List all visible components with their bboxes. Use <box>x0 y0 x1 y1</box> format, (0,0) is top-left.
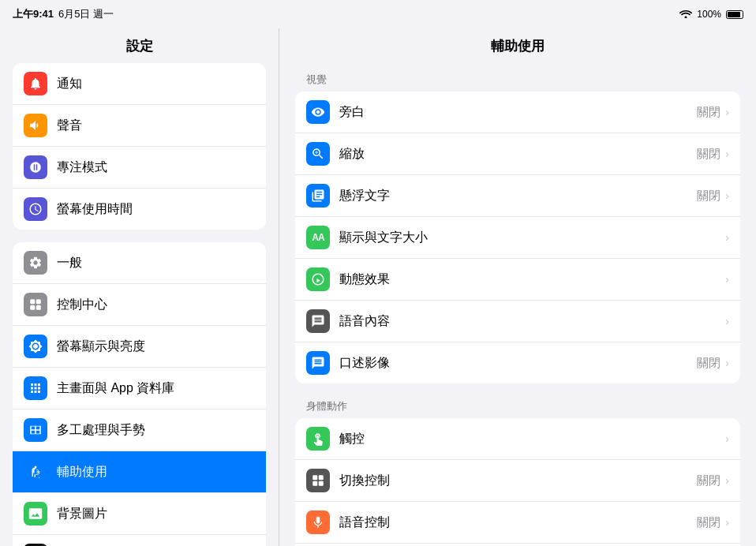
touch-chevron: › <box>725 432 729 445</box>
home-screen-icon <box>24 376 47 400</box>
screen-time-label: 螢幕使用時間 <box>57 201 255 218</box>
display-icon <box>24 335 47 358</box>
screen-time-icon <box>24 197 47 221</box>
touch-icon <box>306 427 330 451</box>
voiceover-label: 旁白 <box>339 104 697 121</box>
accessibility-item-voiceover[interactable]: 旁白 關閉 › <box>295 92 740 133</box>
settings-group-2: 一般 控制中心 螢幕顯示與亮度 <box>13 242 266 546</box>
status-time: 上午9:41 <box>13 7 54 21</box>
focus-label: 專注模式 <box>57 159 255 176</box>
audio-desc-chevron: › <box>725 357 729 369</box>
accessibility-label: 輔助使用 <box>57 464 255 481</box>
hover-text-chevron: › <box>725 189 729 202</box>
motion-icon <box>306 267 330 291</box>
status-icons: 100% <box>679 8 743 21</box>
vision-section-label: 視覺 <box>306 73 740 87</box>
svg-rect-5 <box>313 475 317 480</box>
switch-control-chevron: › <box>725 474 729 487</box>
wallpaper-label: 背景圖片 <box>57 506 255 522</box>
display-text-chevron: › <box>725 231 729 244</box>
physical-section-label: 身體動作 <box>306 399 740 413</box>
accessibility-item-hover-text[interactable]: 懸浮文字 關閉 › <box>295 175 740 217</box>
right-panel: 輔助使用 視覺 旁白 關閉 › <box>279 28 756 546</box>
accessibility-item-motion[interactable]: 動態效果 › <box>295 259 740 301</box>
accessibility-icon <box>24 460 47 484</box>
wifi-icon <box>679 8 692 21</box>
sidebar-item-control-center[interactable]: 控制中心 <box>13 284 266 326</box>
left-panel: 設定 通知 聲音 <box>0 28 279 546</box>
sidebar-item-siri[interactable]: Siri 與搜尋 <box>13 535 266 546</box>
accessibility-item-zoom[interactable]: 縮放 關閉 › <box>295 133 740 175</box>
control-center-icon <box>24 293 47 316</box>
right-panel-title: 輔助使用 <box>279 28 756 63</box>
display-text-label: 顯示與文字大小 <box>339 230 725 246</box>
zoom-icon <box>306 142 330 166</box>
left-panel-title: 設定 <box>0 28 279 63</box>
hover-text-label: 懸浮文字 <box>339 188 697 204</box>
display-text-icon: AA <box>306 226 330 249</box>
hover-text-icon <box>306 184 330 208</box>
audio-desc-label: 口述影像 <box>339 355 697 372</box>
multitasking-label: 多工處理與手勢 <box>57 422 255 439</box>
sidebar-item-accessibility[interactable]: 輔助使用 <box>13 451 266 493</box>
sidebar-item-multitasking[interactable]: 多工處理與手勢 <box>13 410 266 451</box>
audio-desc-icon <box>306 351 330 375</box>
svg-rect-8 <box>319 481 324 486</box>
spoken-content-chevron: › <box>725 315 729 327</box>
accessibility-item-touch[interactable]: 觸控 › <box>295 418 740 460</box>
wallpaper-icon <box>24 502 47 525</box>
sidebar-item-screen-time[interactable]: 螢幕使用時間 <box>13 189 266 230</box>
motion-chevron: › <box>725 273 729 286</box>
sounds-label: 聲音 <box>57 118 255 134</box>
status-date: 6月5日 週一 <box>58 7 114 21</box>
svg-rect-2 <box>30 305 35 310</box>
display-label: 螢幕顯示與亮度 <box>57 338 255 355</box>
svg-rect-6 <box>319 475 324 480</box>
audio-desc-value: 關閉 <box>697 356 720 371</box>
physical-group: 觸控 › 切換控制 關閉 › 語音控制 <box>295 418 740 546</box>
vision-group: 旁白 關閉 › 縮放 關閉 › <box>295 92 740 383</box>
general-icon <box>24 251 47 275</box>
accessibility-item-audio-desc[interactable]: 口述影像 關閉 › <box>295 342 740 383</box>
switch-control-value: 關閉 <box>697 473 720 488</box>
notifications-label: 通知 <box>57 76 255 92</box>
voiceover-icon <box>306 100 330 124</box>
zoom-value: 關閉 <box>697 147 720 162</box>
sidebar-item-display[interactable]: 螢幕顯示與亮度 <box>13 326 266 368</box>
svg-rect-7 <box>313 481 317 486</box>
accessibility-item-voice-control[interactable]: 語音控制 關閉 › <box>295 502 740 544</box>
switch-control-label: 切換控制 <box>339 473 697 489</box>
sidebar-item-wallpaper[interactable]: 背景圖片 <box>13 493 266 535</box>
voice-control-icon <box>306 510 330 534</box>
spoken-content-label: 語音內容 <box>339 313 725 330</box>
home-screen-label: 主畫面與 App 資料庫 <box>57 380 255 397</box>
accessibility-item-switch-control[interactable]: 切換控制 關閉 › <box>295 460 740 502</box>
voice-control-value: 關閉 <box>697 515 720 530</box>
sidebar-item-home-screen[interactable]: 主畫面與 App 資料庫 <box>13 368 266 410</box>
accessibility-item-display-text[interactable]: AA 顯示與文字大小 › <box>295 217 740 259</box>
sidebar-item-general[interactable]: 一般 <box>13 242 266 284</box>
battery-icon <box>726 9 743 20</box>
settings-group-1: 通知 聲音 專注模式 <box>13 63 266 230</box>
main-container: 設定 通知 聲音 <box>0 28 756 546</box>
sidebar-item-sounds[interactable]: 聲音 <box>13 105 266 147</box>
focus-icon <box>24 155 47 179</box>
sidebar-item-notifications[interactable]: 通知 <box>13 63 266 105</box>
voice-control-label: 語音控制 <box>339 514 697 531</box>
svg-rect-1 <box>36 299 41 304</box>
control-center-label: 控制中心 <box>57 297 255 313</box>
touch-label: 觸控 <box>339 431 725 447</box>
accessibility-item-spoken-content[interactable]: 語音內容 › <box>295 301 740 342</box>
motion-label: 動態效果 <box>339 271 725 288</box>
svg-rect-0 <box>30 299 35 304</box>
notifications-icon <box>24 72 47 95</box>
right-panel-content: 視覺 旁白 關閉 › 縮放 關閉 › <box>279 63 756 546</box>
zoom-chevron: › <box>725 148 729 160</box>
zoom-label: 縮放 <box>339 146 697 163</box>
status-bar: 上午9:41 6月5日 週一 100% <box>0 0 756 28</box>
sidebar-item-focus[interactable]: 專注模式 <box>13 147 266 189</box>
voiceover-chevron: › <box>725 106 729 118</box>
switch-control-icon <box>306 469 330 492</box>
left-panel-content: 通知 聲音 專注模式 <box>0 63 279 546</box>
voice-control-chevron: › <box>725 516 729 529</box>
